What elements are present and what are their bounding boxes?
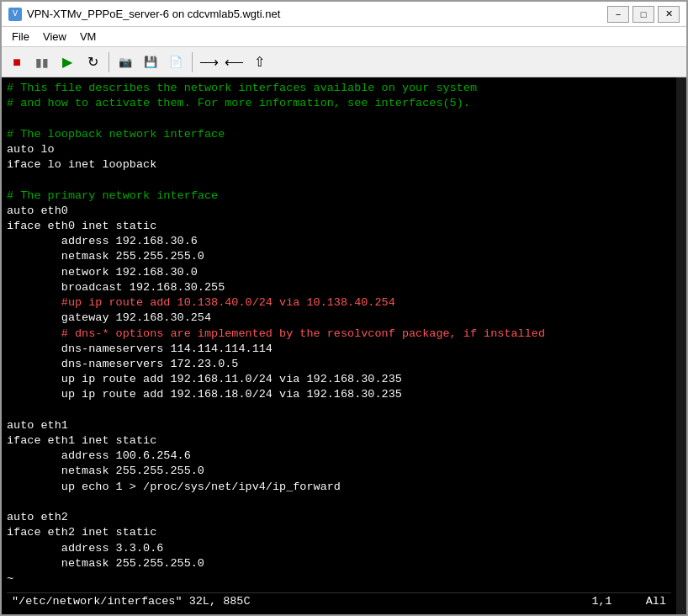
terminal-line: # This file describes the network interf… [7, 81, 671, 96]
terminal-line [7, 403, 671, 418]
terminal-line: auto lo [7, 142, 671, 157]
terminal-line: # dns-* options are implemented by the r… [7, 327, 671, 342]
stop-button[interactable]: ■ [5, 50, 29, 74]
terminal-line: auto eth1 [7, 418, 671, 433]
terminal-line: netmask 255.255.255.0 [7, 249, 671, 264]
toolbar: ■ ▮▮ ▶ ↻ 📷 💾 📄 ⟶ ⟵ ⇧ [2, 47, 686, 77]
terminal-line: address 100.6.254.6 [7, 449, 671, 464]
terminal-line: iface eth0 inet static [7, 219, 671, 234]
terminal-line: # and how to activate them. For more inf… [7, 96, 671, 111]
terminal[interactable]: # This file describes the network interf… [2, 77, 676, 614]
close-button[interactable]: ✕ [658, 6, 680, 23]
play-button[interactable]: ▶ [56, 50, 79, 74]
terminal-line: auto eth0 [7, 204, 671, 219]
terminal-line [7, 173, 671, 188]
menu-file[interactable]: File [5, 29, 36, 45]
terminal-area: # This file describes the network interf… [2, 77, 686, 614]
minimize-button[interactable]: − [607, 6, 629, 23]
send-button[interactable]: ⟵ [222, 50, 246, 74]
terminal-line: netmask 255.255.255.0 [7, 556, 671, 571]
terminal-line: up ip route add 192.168.11.0/24 via 192.… [7, 372, 671, 387]
scrollbar[interactable] [676, 77, 686, 614]
separator-1 [108, 52, 109, 72]
title-bar: V VPN-XTMv_PPPoE_server-6 on cdcvmlab5.w… [2, 2, 686, 27]
pause-button[interactable]: ▮▮ [30, 50, 54, 74]
terminal-line: iface eth2 inet static [7, 525, 671, 540]
menu-view[interactable]: View [36, 29, 73, 45]
maximize-button[interactable]: □ [632, 6, 654, 23]
status-file-info: "/etc/network/interfaces" 32L, 885C [12, 594, 591, 609]
view-mode: All [646, 594, 666, 609]
status-bar: "/etc/network/interfaces" 32L, 885C 1,1 … [7, 592, 671, 611]
terminal-line: gateway 192.168.30.254 [7, 311, 671, 326]
cursor-position: 1,1 [591, 594, 611, 609]
window-icon: V [8, 8, 22, 21]
separator-2 [192, 52, 193, 72]
terminal-content: # This file describes the network interf… [7, 81, 671, 592]
terminal-line: dns-nameservers 114.114.114.114 [7, 342, 671, 357]
menu-vm[interactable]: VM [73, 29, 103, 45]
terminal-line: ~ [7, 571, 671, 587]
terminal-line: #up ip route add 10.138.40.0/24 via 10.1… [7, 295, 671, 311]
terminal-line: # The primary network interface [7, 189, 671, 204]
terminal-line: iface lo inet loopback [7, 157, 671, 173]
terminal-line: address 3.3.0.6 [7, 541, 671, 556]
terminal-line: ~ [7, 587, 671, 592]
status-position: 1,1 All [591, 594, 666, 609]
screenshot-button[interactable]: 📷 [114, 50, 137, 74]
window-controls: − □ ✕ [607, 6, 680, 23]
terminal-line: dns-nameservers 172.23.0.5 [7, 357, 671, 372]
terminal-line: network 192.168.30.0 [7, 265, 671, 280]
terminal-line: auto eth2 [7, 510, 671, 525]
terminal-line: netmask 255.255.255.0 [7, 464, 671, 479]
terminal-line: up echo 1 > /proc/sys/net/ipv4/ip_forwar… [7, 480, 671, 495]
transfer-button[interactable]: ⇧ [247, 50, 271, 74]
terminal-line [7, 495, 671, 510]
terminal-line: # The loopback network interface [7, 127, 671, 142]
refresh-button[interactable]: ↻ [81, 50, 104, 74]
snapshot-manager-button[interactable]: 📄 [164, 50, 188, 74]
terminal-line [7, 111, 671, 126]
terminal-line: up ip route add 192.168.18.0/24 via 192.… [7, 387, 671, 402]
menu-bar: File View VM [2, 27, 686, 47]
send-ctrl-alt-del-button[interactable]: ⟶ [197, 50, 220, 74]
terminal-line: iface eth1 inet static [7, 433, 671, 449]
main-window: V VPN-XTMv_PPPoE_server-6 on cdcvmlab5.w… [0, 0, 688, 616]
snapshot-button[interactable]: 💾 [139, 50, 162, 74]
window-title: VPN-XTMv_PPPoE_server-6 on cdcvmlab5.wgt… [27, 8, 607, 20]
terminal-line: address 192.168.30.6 [7, 234, 671, 249]
terminal-line: broadcast 192.168.30.255 [7, 280, 671, 295]
